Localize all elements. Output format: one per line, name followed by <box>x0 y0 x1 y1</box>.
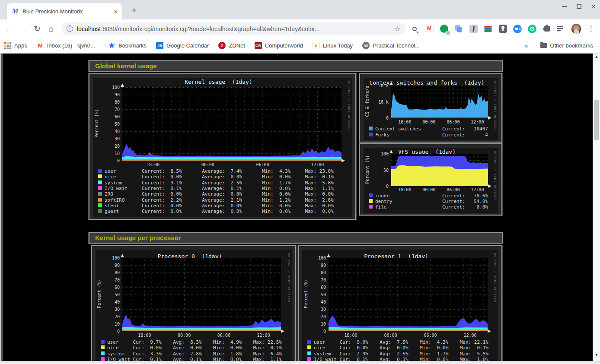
url-text[interactable]: localhost:8080/monitorix-cgi/monitorix.c… <box>77 25 391 32</box>
vfs-usage-graph[interactable]: VFS usage (1day)Percent (%)10050018:0000… <box>364 148 498 213</box>
search-extension-icon[interactable] <box>410 24 419 34</box>
scrollbar-up-icon[interactable]: ▲ <box>593 54 600 59</box>
processor0-panel: Processor 0 (1day)Percent (%)10090807060… <box>91 245 296 364</box>
legend-text: I/O wait Current: 0.1% Average: 0.1% Min… <box>105 186 334 191</box>
scrollbar-thumb[interactable] <box>594 100 599 140</box>
axis-right-arrow-icon <box>281 329 284 333</box>
chart-title: Kernel usage (1day) <box>93 79 344 85</box>
processor1-graph[interactable]: Processor 1 (1day)Percent (%)10090807060… <box>302 250 498 364</box>
section-title-kernel-per-processor: Kernel usage per processor <box>89 232 503 244</box>
legend-stats: Current: 70.6% <box>442 193 488 199</box>
section-title-global-kernel: Global kernel usage <box>89 60 503 72</box>
scrollbar-down-icon[interactable]: ▼ <box>593 353 600 357</box>
new-tab-button[interactable]: + <box>128 5 140 17</box>
legend-color-box <box>307 357 311 361</box>
axis-right-arrow-icon <box>488 329 491 333</box>
axis-up-arrow-icon <box>389 82 393 85</box>
y-tick-label: 0 <box>102 329 120 334</box>
tab-close-icon[interactable]: × <box>114 8 118 15</box>
legend-text: system Current: 3.1% Average: 2.5% Min: … <box>105 180 334 186</box>
back-icon[interactable]: ← <box>3 22 16 36</box>
star-icon: ★ <box>108 42 115 49</box>
context-switches-panel: Context switches and forks (1day)CS & fo… <box>359 73 502 142</box>
legend-text: softIRQ Current: 2.2% Average: 2.1% Min:… <box>105 197 334 203</box>
rrdtool-watermark: RRDTOOL / TOBI OETIKER <box>493 253 497 303</box>
forward-icon[interactable]: → <box>16 22 30 36</box>
window-minimize-icon[interactable] <box>562 6 567 7</box>
x-tick-label: 12:00 <box>465 120 489 124</box>
y-tick-label: 20 <box>102 144 120 149</box>
legend-text: nice Cur: 0.0% Avg: 0.0% Min: 0.0% Max: … <box>107 345 282 351</box>
kernel-usage-panel: Kernel usage (1day)Percent (%)1009080706… <box>89 73 356 220</box>
bookmark-google-calendar[interactable]: 28 Google Calendar <box>156 42 209 49</box>
legend-text: nice Current: 0.0% Average: 0.0% Min: 0.… <box>105 174 334 180</box>
bookmark-inbox[interactable]: M Inbox (16) - sjvn0... <box>37 42 95 49</box>
y-tick-label: 70 <box>308 278 326 282</box>
accessibility-extension-icon[interactable] <box>469 24 478 34</box>
legend-color-box <box>98 174 102 178</box>
x-tick-label: 00:00 <box>417 187 441 192</box>
y-tick-label: 0 <box>370 116 389 120</box>
kernel-usage-graph[interactable]: Kernel usage (1day)Percent (%)1009080706… <box>93 78 352 217</box>
profile-avatar[interactable] <box>571 24 581 34</box>
y-tick-label: 50 <box>102 292 120 297</box>
x-tick-label: 18:00 <box>393 187 417 192</box>
legend-color-box <box>101 351 105 355</box>
window-close-icon[interactable]: × <box>591 3 596 9</box>
calendar-icon: 28 <box>156 42 163 49</box>
computerworld-icon: CW <box>255 42 262 49</box>
legend-color-box <box>98 203 102 207</box>
legend-text: system Cur: 2.9% Avg: 2.5% Min: 1.7% Max… <box>314 351 488 357</box>
x-tick-label: 12:00 <box>305 162 329 167</box>
bookmark-star-icon[interactable]: ☆ <box>394 25 400 33</box>
bookmarks-overflow-chevron[interactable]: » <box>524 42 528 49</box>
page-info-icon[interactable]: i <box>67 25 73 32</box>
legend-color-box <box>307 340 311 344</box>
video-call-extension-icon[interactable] <box>513 24 522 34</box>
x-tick-label: 06:00 <box>418 333 443 338</box>
browser-menu-icon[interactable]: ⋮ <box>586 24 596 34</box>
legend-color-box <box>98 180 102 184</box>
gmail-extension-icon[interactable]: M <box>424 24 434 34</box>
grammarly-extension-icon[interactable]: G <box>527 24 537 34</box>
y-tick-label: 70 <box>102 107 120 112</box>
home-icon[interactable]: ⌂ <box>44 22 58 36</box>
legend-text: file <box>375 204 387 210</box>
legend-color-box <box>369 205 373 209</box>
window-maximize-icon[interactable] <box>577 4 581 9</box>
legend-row: guest Current: 0.0% Average: 0.0% Min: 0… <box>97 209 350 214</box>
extensions-puzzle-icon[interactable] <box>542 24 552 34</box>
books-extension-icon[interactable] <box>483 24 493 34</box>
legend-row: Current: 4Forks <box>368 132 496 138</box>
legend-text: nice Cur: 0.0% Avg: 0.0% Min: 0.0% Max: … <box>314 345 488 351</box>
lamp-extension-icon[interactable] <box>498 24 507 34</box>
other-bookmarks[interactable]: Other bookmarks <box>540 42 593 49</box>
vfs-usage-panel: VFS usage (1day)Percent (%)10050018:0000… <box>359 143 502 215</box>
copy-pages-extension-icon[interactable] <box>454 24 463 34</box>
address-bar[interactable]: i localhost:8080/monitorix-cgi/monitorix… <box>61 22 405 35</box>
legend-row: steal Current: 0.0% Average: 0.0% Min: 0… <box>97 203 350 209</box>
y-axis-label: Percent (%) <box>97 272 102 316</box>
window-left-edge <box>0 54 3 364</box>
context-switches-graph[interactable]: Context switches and forks (1day)CS & fo… <box>364 78 498 140</box>
y-tick-label: 100 <box>102 85 120 90</box>
legend-color-box <box>98 192 102 196</box>
playlist-extension-icon[interactable]: ♪ <box>557 24 566 34</box>
legend-color-box <box>101 357 105 361</box>
bookmark-zdnet[interactable]: Z ZDNet <box>218 42 245 49</box>
vertical-scrollbar[interactable]: ▲ ▼ <box>593 54 600 361</box>
bookmark-computerworld[interactable]: CW Computerworld <box>255 42 303 49</box>
bookmark-linux-today[interactable]: lt Linux Today <box>313 42 353 49</box>
y-tick-label: 50 <box>308 292 326 297</box>
zdnet-icon: Z <box>218 42 226 49</box>
processor0-graph[interactable]: Processor 0 (1day)Percent (%)10090807060… <box>96 250 292 364</box>
y-tick-label: 90 <box>102 263 120 268</box>
chat-extension-icon[interactable]: ? <box>439 24 449 34</box>
bookmark-practical-technology[interactable]: W Practical Technol... <box>362 42 420 49</box>
bookmark-bookmarks[interactable]: ★ Bookmarks <box>105 42 147 49</box>
bookmark-apps[interactable]: Apps <box>4 42 27 49</box>
y-tick-label: 50 <box>102 122 120 127</box>
browser-tab[interactable]: M Blue Precision Monitorix × <box>7 3 122 19</box>
reload-icon[interactable]: ↻ <box>30 22 44 36</box>
legend-text: user Cur: 9.7% Avg: 8.3% Min: 4.9% Max: … <box>107 339 282 345</box>
